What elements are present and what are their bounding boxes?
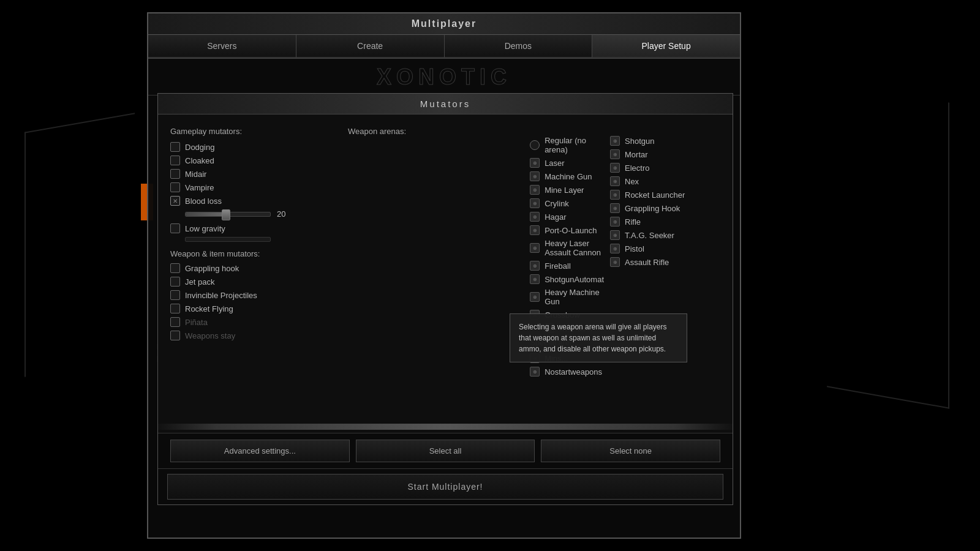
- invincible-checkbox[interactable]: [170, 290, 180, 300]
- gameplay-midair[interactable]: Midair: [170, 169, 342, 179]
- arena-nex[interactable]: ⊕ Nex: [610, 176, 720, 186]
- mortar-icon: ⊕: [610, 149, 620, 159]
- weapon-arena-tooltip: Selecting a weapon arena will give all p…: [510, 313, 687, 362]
- nex-label: Nex: [625, 177, 639, 186]
- arena-mortar[interactable]: ⊕ Mortar: [610, 149, 720, 159]
- dodging-checkbox[interactable]: [170, 142, 180, 152]
- regular-label: Regular (no arena): [545, 136, 604, 154]
- logo: XONOTIC: [377, 64, 511, 90]
- weapon-jetpack[interactable]: Jet pack: [170, 277, 342, 287]
- arena-pistol[interactable]: ⊕ Pistol: [610, 244, 720, 253]
- minelayer-label: Mine Layer: [545, 186, 584, 195]
- arena-hagar[interactable]: ⊕ Hagar: [530, 212, 604, 222]
- crylink-icon: ⊕: [530, 198, 540, 208]
- midair-label: Midair: [185, 170, 206, 179]
- start-multiplayer-button[interactable]: Start Multiplayer!: [167, 474, 723, 500]
- pinata-checkbox: [170, 317, 180, 327]
- left-column: Gameplay mutators: Dodging Cloaked M: [170, 124, 342, 380]
- dialog-content: Gameplay mutators: Dodging Cloaked M: [158, 114, 733, 421]
- action-bar: Advanced settings... Select all Select n…: [158, 433, 733, 468]
- bloodloss-checkbox[interactable]: [170, 196, 180, 206]
- arena-shotgun[interactable]: ⊕ Shotgun: [610, 136, 720, 146]
- weapon-arenas-wrapper: Weapon arenas:: [348, 124, 524, 380]
- start-bar: Start Multiplayer!: [158, 468, 733, 504]
- gameplay-section-header: Gameplay mutators:: [170, 127, 342, 136]
- machinegun-label: Machine Gun: [545, 172, 592, 181]
- bloodloss-slider-track[interactable]: [185, 212, 271, 217]
- weapon-grapplinghook[interactable]: Grappling hook: [170, 263, 342, 273]
- dialog-scrollbar[interactable]: [158, 424, 733, 430]
- portlaunch-label: Port-O-Launch: [545, 226, 597, 235]
- weapon-invincible[interactable]: Invincible Projectiles: [170, 290, 342, 300]
- nav-servers[interactable]: Servers: [148, 35, 296, 58]
- portlaunch-icon: ⊕: [530, 225, 540, 235]
- gameplay-cloaked[interactable]: Cloaked: [170, 156, 342, 165]
- electro-label: Electro: [625, 163, 649, 173]
- select-all-button[interactable]: Select all: [356, 440, 535, 462]
- nav-bar: Servers Create Demos Player Setup: [148, 35, 740, 59]
- select-none-button[interactable]: Select none: [541, 440, 720, 462]
- nav-demos[interactable]: Demos: [445, 35, 593, 58]
- vampire-label: Vampire: [185, 183, 214, 192]
- arena-minelayer[interactable]: ⊕ Mine Layer: [530, 185, 604, 195]
- tooltip-text: Selecting a weapon arena will give all p…: [519, 323, 666, 353]
- grapplinghook-checkbox[interactable]: [170, 263, 180, 273]
- mortar-label: Mortar: [625, 150, 648, 159]
- advanced-settings-button[interactable]: Advanced settings...: [170, 440, 350, 462]
- electro-icon: ⊕: [610, 163, 620, 173]
- vampire-checkbox[interactable]: [170, 182, 180, 192]
- arena-rifle[interactable]: ⊕ Rifle: [610, 217, 720, 227]
- arena-regular[interactable]: Regular (no arena): [530, 136, 604, 154]
- regular-radio[interactable]: [530, 140, 540, 150]
- lowgravity-checkbox[interactable]: [170, 223, 180, 233]
- gravity-slider-area[interactable]: [185, 237, 342, 242]
- nav-create[interactable]: Create: [296, 35, 445, 58]
- arena-grapplinghook[interactable]: ⊕ Grappling Hook: [610, 203, 720, 213]
- weapon-rocketflying[interactable]: Rocket Flying: [170, 304, 342, 313]
- arena-portlaunch[interactable]: ⊕ Port-O-Launch: [530, 225, 604, 235]
- bloodloss-label: Blood loss: [185, 197, 222, 206]
- arena-crylink[interactable]: ⊕ Crylink: [530, 198, 604, 208]
- weapon-pinata: Piñata: [170, 317, 342, 327]
- arena-hlac[interactable]: ⊕ Heavy Laser Assault Cannon: [530, 239, 604, 257]
- arena-shotgonautomat[interactable]: ⊕ ShotgunAutomat: [530, 274, 604, 284]
- rifle-label: Rifle: [625, 217, 641, 227]
- midair-checkbox[interactable]: [170, 169, 180, 179]
- nav-player-setup[interactable]: Player Setup: [592, 35, 740, 58]
- arena-electro[interactable]: ⊕ Electro: [610, 163, 720, 173]
- logo-area: XONOTIC: [148, 59, 740, 96]
- gameplay-dodging[interactable]: Dodging: [170, 142, 342, 152]
- arena-rocketlauncher[interactable]: ⊕ Rocket Launcher: [610, 190, 720, 200]
- dodging-label: Dodging: [185, 143, 214, 152]
- bloodloss-slider-fill: [186, 212, 224, 216]
- arena-grapplinghook-icon: ⊕: [610, 203, 620, 213]
- gameplay-lowgravity[interactable]: Low gravity: [170, 223, 342, 233]
- gameplay-bloodloss[interactable]: Blood loss: [170, 196, 342, 206]
- deco-left: [24, 113, 135, 377]
- nostartweapons-icon: ⊕: [530, 367, 540, 377]
- laser-icon: ⊕: [530, 158, 540, 168]
- tagseeker-icon: ⊕: [610, 230, 620, 240]
- arena-heavymg[interactable]: ⊕ Heavy Machine Gun: [530, 288, 604, 306]
- arena-tagseeker[interactable]: ⊕ T.A.G. Seeker: [610, 230, 720, 240]
- arena-nostartweapons[interactable]: ⊕ Nostartweapons: [530, 367, 604, 377]
- bloodloss-slider-thumb[interactable]: [222, 209, 230, 220]
- rocketlauncher-icon: ⊕: [610, 190, 620, 200]
- nostartweapons-label: Nostartweapons: [545, 367, 602, 377]
- arena-assaultrifle[interactable]: ⊕ Assault Rifle: [610, 257, 720, 267]
- mutators-dialog: Mutators Gameplay mutators: Dodging Cloa…: [157, 93, 733, 505]
- bloodloss-slider-area[interactable]: 20: [185, 209, 342, 219]
- jetpack-checkbox[interactable]: [170, 277, 180, 287]
- gameplay-vampire[interactable]: Vampire: [170, 182, 342, 192]
- rocketflying-label: Rocket Flying: [185, 304, 233, 313]
- cloaked-checkbox[interactable]: [170, 156, 180, 165]
- gravity-slider-track[interactable]: [185, 237, 271, 242]
- arena-laser[interactable]: ⊕ Laser: [530, 158, 604, 168]
- arena-fireball[interactable]: ⊕ Fireball: [530, 261, 604, 271]
- arena-machinegun[interactable]: ⊕ Machine Gun: [530, 171, 604, 181]
- crylink-label: Crylink: [545, 199, 569, 208]
- hagar-label: Hagar: [545, 212, 566, 222]
- shotgun-icon: ⊕: [610, 136, 620, 146]
- tagseeker-label: T.A.G. Seeker: [625, 231, 674, 240]
- rocketflying-checkbox[interactable]: [170, 304, 180, 313]
